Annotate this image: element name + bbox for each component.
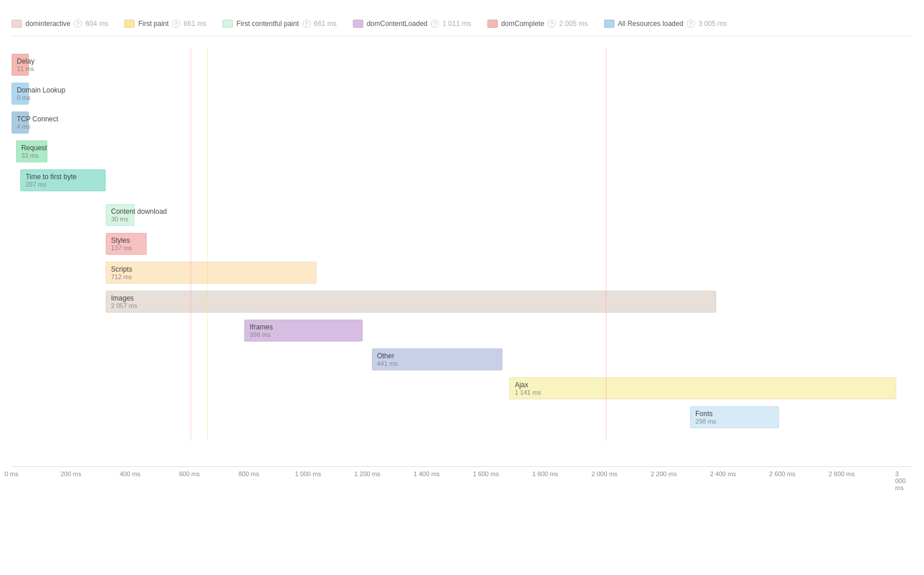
legend-info-icon-domcomplete[interactable]: ? <box>547 20 556 28</box>
bar-name-request: Request <box>21 144 42 152</box>
legend-info-icon-dominteractive[interactable]: ? <box>74 20 82 28</box>
x-tick-800ms: 800 ms <box>239 470 259 477</box>
bar-ms-other: 441 ms <box>377 360 497 367</box>
legend-swatch-domcontentloaded <box>353 20 363 28</box>
bar-ajax: Ajax 1 141 ms <box>509 377 896 399</box>
legend-swatch-all_resources_loaded <box>604 20 614 28</box>
x-tick-1200ms: 1 200 ms <box>354 470 380 477</box>
bar-name-time_to_first_byte: Time to first byte <box>25 173 100 181</box>
bar-ms-delay: 11 ms <box>17 65 24 72</box>
bar-ms-time_to_first_byte: 287 ms <box>25 181 100 188</box>
bar-other: Other 441 ms <box>372 348 502 370</box>
bar-name-content_download: Content download <box>111 207 129 216</box>
bar-name-scripts: Scripts <box>111 265 311 273</box>
bar-styles: Styles 137 ms <box>106 233 147 255</box>
bar-scripts: Scripts 712 ms <box>106 262 316 284</box>
legend-label-dominteractive: dominteractive <box>25 20 70 28</box>
legend-info-icon-all_resources_loaded[interactable]: ? <box>687 20 695 28</box>
x-tick-2600ms: 2 600 ms <box>769 470 795 477</box>
bar-ms-ajax: 1 141 ms <box>515 389 891 396</box>
legend-value-first_contentful_paint: 661 ms <box>314 20 337 28</box>
x-tick-1400ms: 1 400 ms <box>413 470 439 477</box>
bar-iframes: Iframes 398 ms <box>244 320 363 342</box>
bar-ms-styles: 137 ms <box>111 244 141 251</box>
bar-name-other: Other <box>377 352 497 360</box>
legend-item-domcontentloaded: domContentLoaded ? 1 011 ms <box>353 20 471 28</box>
bar-ms-scripts: 712 ms <box>111 273 311 280</box>
legend-label-first_paint: First paint <box>138 20 169 28</box>
bar-name-ajax: Ajax <box>515 381 891 389</box>
legend-label-domcontentloaded: domContentLoaded <box>367 20 427 28</box>
waterfall: Delay 11 ms Domain Lookup 0 ms TCP Conne… <box>12 48 912 464</box>
x-tick-2000ms: 2 000 ms <box>591 470 617 477</box>
legend-item-dominteractive: dominteractive ? 604 ms <box>12 20 108 28</box>
bar-content_download: Content download 30 ms <box>106 204 134 226</box>
bar-domain_lookup: Domain Lookup 0 ms <box>12 83 29 105</box>
legend-info-icon-domcontentloaded[interactable]: ? <box>431 20 439 28</box>
legend-item-all_resources_loaded: All Resources loaded ? 3 005 ms <box>604 20 727 28</box>
legend-item-first_contentful_paint: First contentful paint ? 661 ms <box>222 20 336 28</box>
bar-name-delay: Delay <box>17 57 24 65</box>
legend-swatch-domcomplete <box>487 20 498 28</box>
milestone-line-dominteractive <box>191 48 191 441</box>
bar-name-styles: Styles <box>111 236 141 244</box>
bar-ms-domain_lookup: 0 ms <box>17 94 24 101</box>
x-axis: 0 ms200 ms400 ms600 ms800 ms1 000 ms1 20… <box>12 466 912 484</box>
legend-swatch-first_paint <box>124 20 135 28</box>
bar-tcp_connect: TCP Connect 4 ms <box>12 112 29 133</box>
legend-value-domcomplete: 2 005 ms <box>559 20 587 28</box>
bar-name-iframes: Iframes <box>249 323 357 331</box>
legend-label-first_contentful_paint: First contentful paint <box>236 20 299 28</box>
bar-name-images: Images <box>111 294 710 302</box>
bar-request: Request 33 ms <box>16 140 47 162</box>
legend-item-domcomplete: domComplete ? 2 005 ms <box>487 20 588 28</box>
milestone-line-first_paint <box>207 48 208 441</box>
bar-name-fonts: Fonts <box>695 410 774 418</box>
legend-value-first_paint: 661 ms <box>184 20 206 28</box>
x-tick-1000ms: 1 000 ms <box>295 470 321 477</box>
bar-time_to_first_byte: Time to first byte 287 ms <box>20 169 106 191</box>
legend-label-domcomplete: domComplete <box>501 20 545 28</box>
legend-label-all_resources_loaded: All Resources loaded <box>618 20 683 28</box>
x-tick-0ms: 0 ms <box>5 470 18 477</box>
x-tick-2200ms: 2 200 ms <box>651 470 677 477</box>
x-tick-2400ms: 2 400 ms <box>710 470 736 477</box>
x-tick-1600ms: 1 600 ms <box>473 470 499 477</box>
x-tick-400ms: 400 ms <box>120 470 140 477</box>
bar-ms-iframes: 398 ms <box>249 331 357 338</box>
legend-value-dominteractive: 604 ms <box>85 20 108 28</box>
x-tick-1800ms: 1 800 ms <box>532 470 558 477</box>
x-tick-200ms: 200 ms <box>61 470 81 477</box>
bar-ms-tcp_connect: 4 ms <box>17 123 24 130</box>
bar-ms-fonts: 298 ms <box>695 418 774 425</box>
bar-ms-images: 2 057 ms <box>111 302 710 309</box>
chart-area: Delay 11 ms Domain Lookup 0 ms TCP Conne… <box>12 48 912 484</box>
legend-swatch-dominteractive <box>12 20 22 28</box>
milestone-line-domcomplete <box>606 48 606 441</box>
legend-info-icon-first_paint[interactable]: ? <box>172 20 180 28</box>
bar-images: Images 2 057 ms <box>106 291 716 313</box>
bar-fonts: Fonts 298 ms <box>690 406 779 428</box>
bar-name-tcp_connect: TCP Connect <box>17 115 24 123</box>
legend: dominteractive ? 604 ms First paint ? 66… <box>12 20 912 36</box>
bar-name-domain_lookup: Domain Lookup <box>17 86 24 94</box>
bar-ms-content_download: 30 ms <box>111 216 129 222</box>
legend-value-all_resources_loaded: 3 005 ms <box>698 20 726 28</box>
legend-item-first_paint: First paint ? 661 ms <box>124 20 206 28</box>
legend-value-domcontentloaded: 1 011 ms <box>442 20 471 28</box>
x-tick-2800ms: 2 800 ms <box>829 470 855 477</box>
bar-ms-request: 33 ms <box>21 152 42 159</box>
x-tick-600ms: 600 ms <box>179 470 200 477</box>
bar-delay: Delay 11 ms <box>12 54 29 76</box>
x-tick-3000ms: 3 000 ms <box>895 470 907 491</box>
legend-swatch-first_contentful_paint <box>222 20 233 28</box>
legend-info-icon-first_contentful_paint[interactable]: ? <box>303 20 311 28</box>
